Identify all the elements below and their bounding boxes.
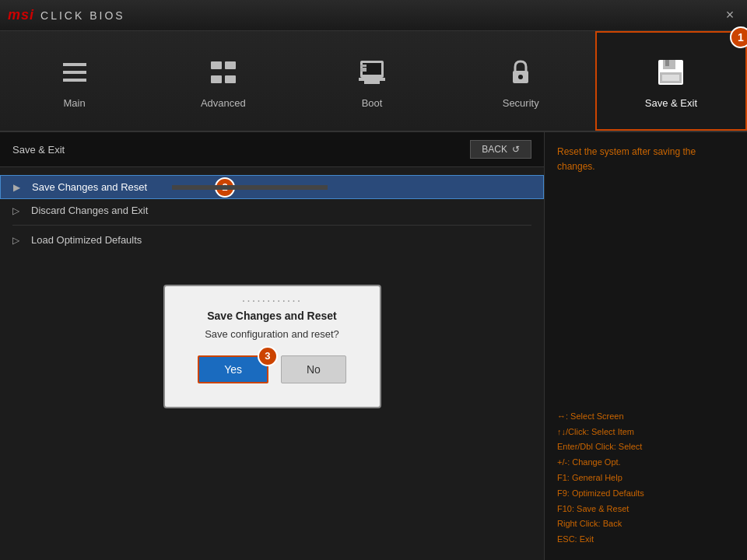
- help-text: Reset the system after saving the change…: [557, 145, 735, 403]
- tab-boot[interactable]: Boot: [297, 31, 446, 131]
- tab-boot-label: Boot: [362, 97, 383, 109]
- key-guide-item: F10: Save & Reset: [557, 502, 735, 517]
- dialog-buttons: Yes 3 No: [198, 355, 346, 383]
- svg-rect-12: [360, 65, 366, 67]
- tab-advanced[interactable]: Advanced: [149, 31, 297, 131]
- dialog-title: Save Changes and Reset: [207, 310, 337, 322]
- boot-icon: [353, 54, 391, 91]
- dialog-overlay: ............ Save Changes and Reset Save…: [0, 132, 544, 560]
- nav-tabs: Main Advanced Boot: [0, 31, 747, 132]
- dialog-message: Save configuration and reset?: [205, 328, 339, 340]
- title-bar: msi CLICK BIOS ×: [0, 0, 747, 31]
- no-button[interactable]: No: [281, 355, 346, 383]
- close-button[interactable]: ×: [721, 6, 739, 25]
- key-guide-item: ↔: Select Screen: [557, 409, 735, 425]
- key-guide-item: F9: Optimized Defaults: [557, 486, 735, 502]
- tab-security-label: Security: [503, 97, 539, 109]
- lock-icon: [502, 54, 539, 91]
- svg-rect-11: [360, 68, 366, 72]
- svg-point-14: [518, 75, 523, 79]
- svg-rect-17: [665, 60, 669, 66]
- svg-rect-10: [364, 81, 380, 84]
- step-badge-3: 3: [258, 346, 278, 366]
- svg-rect-19: [662, 75, 679, 81]
- right-panel: Reset the system after saving the change…: [545, 132, 747, 560]
- save-icon: [652, 54, 689, 91]
- step-badge-1: 1: [730, 26, 747, 48]
- dialog-dots: ............: [242, 291, 302, 305]
- tab-security[interactable]: Security: [447, 31, 595, 131]
- key-guide-item: +/-: Change Opt.: [557, 455, 735, 471]
- tab-advanced-label: Advanced: [201, 97, 246, 109]
- tab-save-exit-label: Save & Exit: [645, 97, 697, 109]
- key-guide-item: ↑↓/Click: Select Item: [557, 425, 735, 440]
- svg-rect-3: [211, 61, 222, 69]
- key-guide-item: ESC: Exit: [557, 532, 735, 548]
- app-title: CLICK BIOS: [40, 9, 125, 22]
- tab-save-exit[interactable]: Save & Exit 1: [595, 31, 747, 131]
- msi-brand: msi: [8, 7, 34, 23]
- key-guide-item: Right Click: Back: [557, 516, 735, 532]
- svg-rect-6: [225, 75, 236, 83]
- svg-rect-5: [211, 75, 222, 83]
- key-guide: ↔: Select Screen↑↓/Click: Select ItemEnt…: [557, 409, 735, 548]
- tab-main-label: Main: [64, 97, 86, 109]
- main-content: Save & Exit BACK ↺ ▶ Save Changes and Re…: [0, 132, 747, 560]
- tab-main[interactable]: Main: [0, 31, 149, 131]
- yes-button[interactable]: Yes 3: [198, 355, 268, 383]
- advanced-icon: [205, 54, 242, 91]
- key-guide-item: F1: General Help: [557, 471, 735, 486]
- svg-rect-2: [63, 79, 86, 82]
- svg-rect-4: [225, 61, 236, 69]
- left-panel: Save & Exit BACK ↺ ▶ Save Changes and Re…: [0, 132, 545, 560]
- svg-rect-9: [359, 78, 385, 81]
- logo-area: msi CLICK BIOS: [8, 7, 125, 23]
- svg-rect-0: [63, 63, 86, 66]
- svg-rect-1: [63, 71, 86, 74]
- menu-icon: [56, 54, 93, 91]
- dialog-box: ............ Save Changes and Reset Save…: [163, 285, 381, 408]
- key-guide-item: Enter/Dbl Click: Select: [557, 439, 735, 455]
